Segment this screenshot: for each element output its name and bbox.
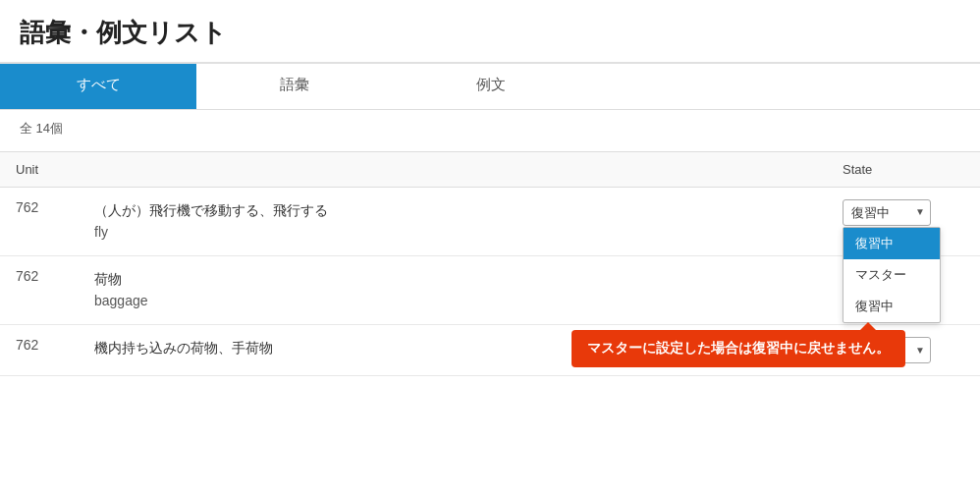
dropdown-option-review2[interactable]: 復習中: [844, 291, 940, 322]
cell-content-1: （人が）飛行機で移動する、飛行する fly: [79, 188, 827, 256]
table-row: 762 （人が）飛行機で移動する、飛行する fly 復習中 マスター ▼: [0, 188, 980, 256]
cell-unit-3: 762: [0, 324, 79, 375]
cell-content-2: 荷物 baggage: [79, 255, 827, 324]
state-select-wrapper-1: 復習中 マスター ▼: [843, 199, 931, 226]
list-table: Unit State 762 （人が）飛行機で移動する、飛行する fly 復習中…: [0, 151, 980, 376]
table-row: 762 荷物 baggage 復習中 マスター ▼ マスターに設定した場合は復習…: [0, 255, 980, 324]
dropdown-option-master[interactable]: マスター: [844, 259, 940, 291]
cell-state-1: 復習中 マスター ▼ 復習中 マスター 復習中: [827, 188, 980, 256]
tab-bar: すべて 語彙 例文: [0, 64, 980, 110]
word-en-2: baggage: [94, 290, 811, 311]
tab-all[interactable]: すべて: [0, 64, 196, 109]
col-unit: Unit: [0, 152, 79, 188]
dropdown-option-review[interactable]: 復習中: [844, 228, 940, 259]
col-content: [79, 152, 827, 188]
word-jp-2: 荷物: [94, 268, 811, 290]
word-jp-1: （人が）飛行機で移動する、飛行する: [94, 199, 811, 221]
state-select-1[interactable]: 復習中 マスター: [843, 199, 931, 226]
word-en-1: fly: [94, 221, 811, 243]
cell-unit-1: 762: [0, 188, 79, 256]
count-label: 全 14個: [0, 110, 980, 147]
page-header: 語彙・例文リスト: [0, 0, 980, 64]
tab-example[interactable]: 例文: [393, 64, 589, 109]
warning-tooltip: マスターに設定した場合は復習中に戻せません。: [572, 330, 905, 367]
tab-vocab[interactable]: 語彙: [196, 64, 393, 109]
dropdown-container-1: 復習中 マスター ▼ 復習中 マスター 復習中: [843, 199, 964, 226]
col-state: State: [827, 152, 980, 188]
cell-unit-2: 762: [0, 255, 79, 324]
page-title: 語彙・例文リスト: [20, 16, 960, 50]
dropdown-popup-1: 復習中 マスター 復習中: [843, 227, 941, 323]
table-header-row: Unit State: [0, 152, 980, 188]
